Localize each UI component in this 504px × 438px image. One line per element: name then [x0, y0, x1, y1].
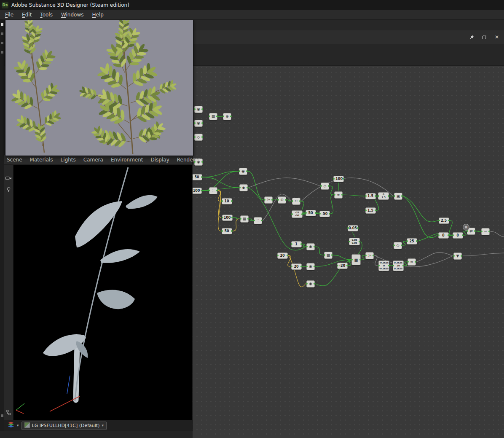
graph-node-v100a[interactable]: 100	[191, 188, 202, 194]
graph-node-v20a[interactable]: 20	[277, 253, 288, 259]
graph-node-v1[interactable]: 1	[291, 241, 302, 247]
graph-node-vm100[interactable]: -100	[333, 176, 344, 182]
bottom-left-cover	[0, 431, 193, 438]
dropdown-chevron-icon: ▾	[102, 424, 104, 427]
hierarchy-icon[interactable]	[5, 409, 12, 416]
stack-chevron-icon[interactable]: ▾	[17, 424, 19, 427]
tab-display[interactable]: Display	[151, 157, 169, 163]
graph-node-eyeE[interactable]: ◉	[306, 263, 315, 270]
graph-node-cvA[interactable]: ≈	[334, 191, 343, 199]
graph-node-eyeT[interactable]: ◉	[239, 168, 247, 175]
graph-node-cvB[interactable]: ≈	[407, 258, 416, 266]
material-dropdown[interactable]: LG IPSFULLHD[41C] (Default) ▾	[21, 422, 107, 430]
light-icon[interactable]	[5, 186, 12, 193]
graph-node-v005[interactable]: 0.05	[348, 225, 358, 231]
tab-scene[interactable]: Scene	[7, 157, 22, 163]
graph-node-eyeD[interactable]: ◉	[306, 243, 315, 250]
graph-node-v15a[interactable]: 1.5	[365, 193, 376, 199]
tab-renderer[interactable]: Renderer	[177, 157, 200, 163]
tab-environment[interactable]: Environment	[111, 157, 143, 163]
menu-item-tools[interactable]: Tools	[36, 11, 57, 19]
graph-node-mvA[interactable]: -25-50	[292, 210, 303, 218]
graph-node-mv005[interactable]: 0.050.05	[349, 238, 360, 245]
graph-node-v100b[interactable]: 100	[222, 215, 233, 221]
menu-item-file[interactable]: File	[1, 11, 18, 19]
graph-node-trA[interactable]: ]→	[264, 196, 273, 204]
output-badge-icon[interactable]: ▤	[463, 224, 469, 231]
viewport-toolbar	[4, 165, 13, 420]
graph-node-eyeA[interactable]: ◉	[194, 106, 203, 113]
dock-tab-icon[interactable]	[1, 42, 3, 44]
viewport-panel: SceneMaterialsLightsCameraEnvironmentDis…	[4, 155, 193, 431]
graph-node-fnA[interactable]: ▼	[453, 253, 462, 260]
graph-node-vm20[interactable]: -20	[337, 263, 348, 269]
graph-node-diaA[interactable]: ◇	[194, 134, 203, 141]
app-logo-icon: Ds	[2, 2, 8, 8]
dock-tab-icon[interactable]	[1, 32, 3, 35]
graph-node-mvC[interactable]: -0.26250-0.2625	[378, 261, 389, 271]
titlebar: Ds Adobe Substance 3D Designer (Steam ed…	[0, 0, 504, 10]
display-stack-icon[interactable]	[8, 422, 14, 430]
graph-node-swA[interactable]: ≈	[481, 228, 490, 235]
graph-node-v8a[interactable]: 8	[438, 232, 449, 239]
graph-node-dotL[interactable]: ∷	[254, 217, 262, 224]
plant-render-preview	[5, 20, 192, 155]
graph-node-mvB[interactable]: 01.5	[378, 192, 389, 200]
graph-node-texB[interactable]: ⊕	[223, 113, 231, 120]
menu-item-help[interactable]: Help	[88, 11, 108, 19]
render-preview-window[interactable]	[5, 19, 193, 156]
graph-node-v8b[interactable]: 8	[453, 232, 463, 239]
close-icon[interactable]: ✕	[494, 34, 500, 40]
menubar: FileEditToolsWindowsHelp	[0, 10, 504, 20]
material-label: LG IPSFULLHD[41C] (Default)	[32, 423, 100, 428]
graph-node-v15b[interactable]: 1.5	[365, 207, 376, 214]
graph-node-crA[interactable]: ▣	[394, 193, 402, 200]
graph-node-v50c[interactable]: 50	[306, 210, 316, 216]
tab-materials[interactable]: Materials	[30, 157, 53, 163]
restore-icon[interactable]	[481, 34, 487, 40]
graph-node-v2_5[interactable]: 2.5	[439, 218, 449, 224]
menu-item-windows[interactable]: Windows	[57, 11, 88, 19]
graph-node-diaB[interactable]: ◇	[321, 183, 329, 190]
graph-node-v50a[interactable]: 50	[192, 174, 202, 180]
dock-tab-icon[interactable]	[1, 51, 3, 54]
graph-node-mvD[interactable]: 0.2625200.2625	[393, 261, 404, 271]
graph-node-plusA[interactable]: ∷	[209, 187, 217, 194]
menu-item-edit[interactable]: Edit	[18, 11, 36, 19]
graph-node-texC[interactable]: ▦	[324, 252, 332, 259]
graph-node-v20b[interactable]: 20	[291, 263, 302, 270]
app-title: Adobe Substance 3D Designer (Steam editi…	[11, 2, 129, 8]
graph-node-bigA[interactable]: ◼	[351, 254, 361, 265]
tab-camera[interactable]: Camera	[83, 157, 103, 163]
graph-node-v10[interactable]: 10	[222, 198, 232, 204]
graph-node-atA[interactable]: ⊕	[278, 196, 286, 204]
graph-node-trB[interactable]: ]→	[365, 252, 374, 259]
graph-node-diaT[interactable]: ◆	[239, 184, 248, 191]
graph-node-dotA[interactable]: ∷	[292, 198, 300, 205]
graph-node-diaC[interactable]: ◇	[394, 242, 402, 249]
graph-node-eyeB[interactable]: ◉	[194, 120, 203, 127]
graph-node-texA[interactable]: ▦	[209, 113, 217, 120]
viewport-tabs: SceneMaterialsLightsCameraEnvironmentDis…	[4, 155, 192, 165]
graph-node-v25[interactable]: 25	[407, 238, 417, 245]
graph-node-eyeF[interactable]: ◉	[306, 280, 315, 288]
3d-viewport[interactable]	[13, 165, 192, 420]
plant-model	[13, 165, 192, 420]
camera-icon[interactable]	[5, 175, 12, 181]
tab-lights[interactable]: Lights	[61, 157, 76, 163]
dock-tab-icon[interactable]	[1, 414, 3, 417]
material-thumbnail	[24, 422, 30, 429]
graph-node-vm50[interactable]: -50	[319, 211, 330, 217]
graph-node-texL[interactable]: ▦	[240, 215, 249, 223]
viewport-bottombar: ▾ LG IPSFULLHD[41C] (Default) ▾	[4, 420, 192, 431]
pin-icon[interactable]	[469, 34, 475, 40]
graph-node-v50b[interactable]: 50	[222, 228, 232, 234]
dock-tab-icon[interactable]	[1, 23, 3, 26]
